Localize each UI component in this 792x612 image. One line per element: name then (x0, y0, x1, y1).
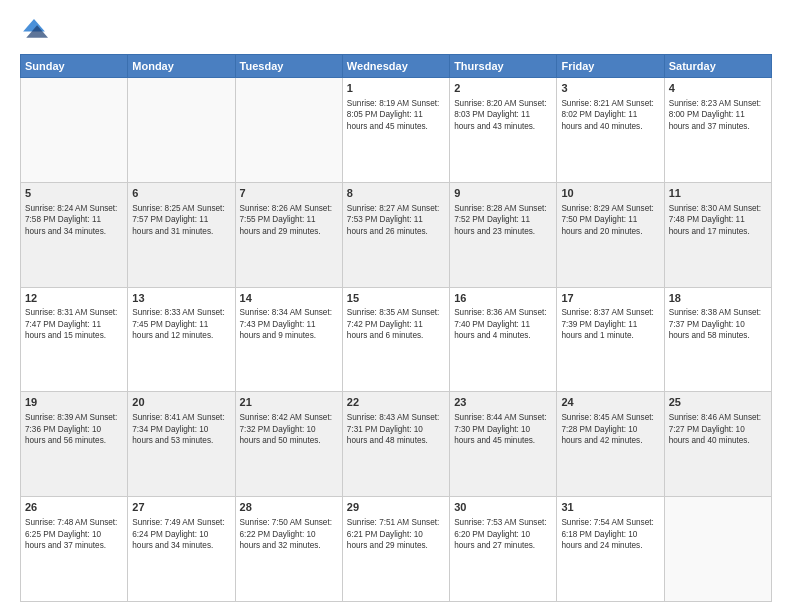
page: SundayMondayTuesdayWednesdayThursdayFrid… (0, 0, 792, 612)
day-info: Sunrise: 8:30 AM Sunset: 7:48 PM Dayligh… (669, 203, 767, 237)
day-cell: 22Sunrise: 8:43 AM Sunset: 7:31 PM Dayli… (342, 392, 449, 497)
day-cell: 5Sunrise: 8:24 AM Sunset: 7:58 PM Daylig… (21, 182, 128, 287)
day-cell: 3Sunrise: 8:21 AM Sunset: 8:02 PM Daylig… (557, 78, 664, 183)
day-info: Sunrise: 7:54 AM Sunset: 6:18 PM Dayligh… (561, 517, 659, 551)
day-number: 23 (454, 395, 552, 410)
day-cell: 20Sunrise: 8:41 AM Sunset: 7:34 PM Dayli… (128, 392, 235, 497)
weekday-header-wednesday: Wednesday (342, 55, 449, 78)
day-info: Sunrise: 8:34 AM Sunset: 7:43 PM Dayligh… (240, 307, 338, 341)
day-number: 2 (454, 81, 552, 96)
day-info: Sunrise: 8:46 AM Sunset: 7:27 PM Dayligh… (669, 412, 767, 446)
day-cell: 8Sunrise: 8:27 AM Sunset: 7:53 PM Daylig… (342, 182, 449, 287)
week-row-4: 19Sunrise: 8:39 AM Sunset: 7:36 PM Dayli… (21, 392, 772, 497)
day-number: 21 (240, 395, 338, 410)
day-cell: 12Sunrise: 8:31 AM Sunset: 7:47 PM Dayli… (21, 287, 128, 392)
day-cell: 24Sunrise: 8:45 AM Sunset: 7:28 PM Dayli… (557, 392, 664, 497)
day-number: 27 (132, 500, 230, 515)
day-cell: 16Sunrise: 8:36 AM Sunset: 7:40 PM Dayli… (450, 287, 557, 392)
day-info: Sunrise: 8:28 AM Sunset: 7:52 PM Dayligh… (454, 203, 552, 237)
weekday-header-monday: Monday (128, 55, 235, 78)
day-cell (664, 497, 771, 602)
day-info: Sunrise: 8:35 AM Sunset: 7:42 PM Dayligh… (347, 307, 445, 341)
day-cell: 29Sunrise: 7:51 AM Sunset: 6:21 PM Dayli… (342, 497, 449, 602)
day-number: 9 (454, 186, 552, 201)
day-info: Sunrise: 8:44 AM Sunset: 7:30 PM Dayligh… (454, 412, 552, 446)
day-info: Sunrise: 8:42 AM Sunset: 7:32 PM Dayligh… (240, 412, 338, 446)
day-number: 16 (454, 291, 552, 306)
day-info: Sunrise: 8:23 AM Sunset: 8:00 PM Dayligh… (669, 98, 767, 132)
week-row-2: 5Sunrise: 8:24 AM Sunset: 7:58 PM Daylig… (21, 182, 772, 287)
weekday-header-sunday: Sunday (21, 55, 128, 78)
day-number: 7 (240, 186, 338, 201)
day-info: Sunrise: 7:50 AM Sunset: 6:22 PM Dayligh… (240, 517, 338, 551)
day-cell: 14Sunrise: 8:34 AM Sunset: 7:43 PM Dayli… (235, 287, 342, 392)
day-info: Sunrise: 8:38 AM Sunset: 7:37 PM Dayligh… (669, 307, 767, 341)
day-cell: 23Sunrise: 8:44 AM Sunset: 7:30 PM Dayli… (450, 392, 557, 497)
day-number: 12 (25, 291, 123, 306)
day-info: Sunrise: 8:24 AM Sunset: 7:58 PM Dayligh… (25, 203, 123, 237)
weekday-header-thursday: Thursday (450, 55, 557, 78)
day-number: 4 (669, 81, 767, 96)
day-cell: 7Sunrise: 8:26 AM Sunset: 7:55 PM Daylig… (235, 182, 342, 287)
day-info: Sunrise: 7:48 AM Sunset: 6:25 PM Dayligh… (25, 517, 123, 551)
weekday-header-row: SundayMondayTuesdayWednesdayThursdayFrid… (21, 55, 772, 78)
day-cell: 25Sunrise: 8:46 AM Sunset: 7:27 PM Dayli… (664, 392, 771, 497)
day-number: 13 (132, 291, 230, 306)
day-info: Sunrise: 8:20 AM Sunset: 8:03 PM Dayligh… (454, 98, 552, 132)
day-number: 29 (347, 500, 445, 515)
day-number: 10 (561, 186, 659, 201)
day-info: Sunrise: 8:45 AM Sunset: 7:28 PM Dayligh… (561, 412, 659, 446)
day-info: Sunrise: 8:43 AM Sunset: 7:31 PM Dayligh… (347, 412, 445, 446)
day-cell: 1Sunrise: 8:19 AM Sunset: 8:05 PM Daylig… (342, 78, 449, 183)
weekday-header-saturday: Saturday (664, 55, 771, 78)
day-info: Sunrise: 8:39 AM Sunset: 7:36 PM Dayligh… (25, 412, 123, 446)
day-cell: 18Sunrise: 8:38 AM Sunset: 7:37 PM Dayli… (664, 287, 771, 392)
day-cell: 19Sunrise: 8:39 AM Sunset: 7:36 PM Dayli… (21, 392, 128, 497)
day-cell (21, 78, 128, 183)
day-cell: 10Sunrise: 8:29 AM Sunset: 7:50 PM Dayli… (557, 182, 664, 287)
day-number: 22 (347, 395, 445, 410)
day-cell: 30Sunrise: 7:53 AM Sunset: 6:20 PM Dayli… (450, 497, 557, 602)
day-number: 19 (25, 395, 123, 410)
day-info: Sunrise: 8:33 AM Sunset: 7:45 PM Dayligh… (132, 307, 230, 341)
day-info: Sunrise: 7:49 AM Sunset: 6:24 PM Dayligh… (132, 517, 230, 551)
day-cell: 11Sunrise: 8:30 AM Sunset: 7:48 PM Dayli… (664, 182, 771, 287)
day-cell: 13Sunrise: 8:33 AM Sunset: 7:45 PM Dayli… (128, 287, 235, 392)
day-info: Sunrise: 8:25 AM Sunset: 7:57 PM Dayligh… (132, 203, 230, 237)
day-info: Sunrise: 8:29 AM Sunset: 7:50 PM Dayligh… (561, 203, 659, 237)
day-number: 6 (132, 186, 230, 201)
day-cell: 15Sunrise: 8:35 AM Sunset: 7:42 PM Dayli… (342, 287, 449, 392)
weekday-header-tuesday: Tuesday (235, 55, 342, 78)
header (20, 16, 772, 44)
day-number: 24 (561, 395, 659, 410)
day-info: Sunrise: 8:41 AM Sunset: 7:34 PM Dayligh… (132, 412, 230, 446)
week-row-1: 1Sunrise: 8:19 AM Sunset: 8:05 PM Daylig… (21, 78, 772, 183)
day-cell: 27Sunrise: 7:49 AM Sunset: 6:24 PM Dayli… (128, 497, 235, 602)
day-number: 28 (240, 500, 338, 515)
day-cell: 9Sunrise: 8:28 AM Sunset: 7:52 PM Daylig… (450, 182, 557, 287)
day-cell: 6Sunrise: 8:25 AM Sunset: 7:57 PM Daylig… (128, 182, 235, 287)
logo (20, 16, 52, 44)
day-cell: 17Sunrise: 8:37 AM Sunset: 7:39 PM Dayli… (557, 287, 664, 392)
day-number: 8 (347, 186, 445, 201)
day-info: Sunrise: 8:26 AM Sunset: 7:55 PM Dayligh… (240, 203, 338, 237)
day-info: Sunrise: 7:51 AM Sunset: 6:21 PM Dayligh… (347, 517, 445, 551)
day-number: 14 (240, 291, 338, 306)
weekday-header-friday: Friday (557, 55, 664, 78)
day-number: 15 (347, 291, 445, 306)
day-cell: 31Sunrise: 7:54 AM Sunset: 6:18 PM Dayli… (557, 497, 664, 602)
day-cell: 26Sunrise: 7:48 AM Sunset: 6:25 PM Dayli… (21, 497, 128, 602)
day-info: Sunrise: 8:31 AM Sunset: 7:47 PM Dayligh… (25, 307, 123, 341)
day-info: Sunrise: 8:37 AM Sunset: 7:39 PM Dayligh… (561, 307, 659, 341)
day-number: 18 (669, 291, 767, 306)
day-cell (235, 78, 342, 183)
logo-icon (20, 16, 48, 44)
day-number: 3 (561, 81, 659, 96)
day-cell: 28Sunrise: 7:50 AM Sunset: 6:22 PM Dayli… (235, 497, 342, 602)
day-info: Sunrise: 8:36 AM Sunset: 7:40 PM Dayligh… (454, 307, 552, 341)
week-row-3: 12Sunrise: 8:31 AM Sunset: 7:47 PM Dayli… (21, 287, 772, 392)
day-info: Sunrise: 8:21 AM Sunset: 8:02 PM Dayligh… (561, 98, 659, 132)
day-number: 5 (25, 186, 123, 201)
day-info: Sunrise: 8:19 AM Sunset: 8:05 PM Dayligh… (347, 98, 445, 132)
day-number: 17 (561, 291, 659, 306)
